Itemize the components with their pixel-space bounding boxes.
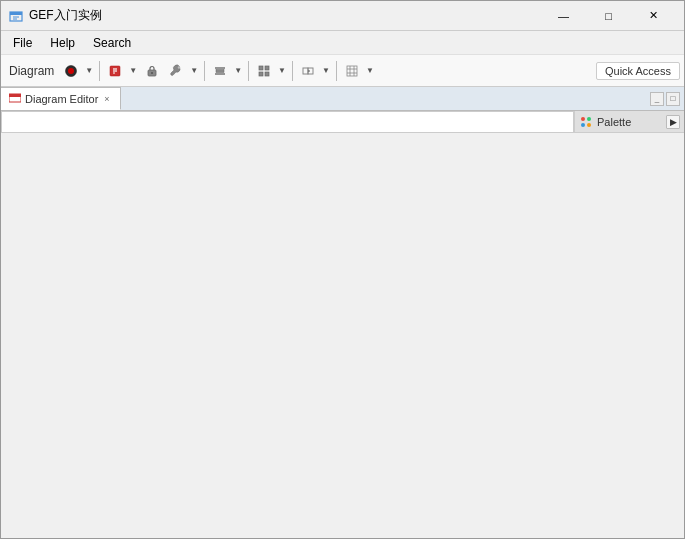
toolbar-wrench-dropdown-btn[interactable]: ▼ xyxy=(188,60,200,82)
svg-point-31 xyxy=(587,117,591,121)
svg-rect-18 xyxy=(259,72,263,76)
toolbar-flag-dropdown-btn[interactable]: ▼ xyxy=(127,60,139,82)
toolbar-group-7: ▼ xyxy=(341,60,376,82)
menu-search[interactable]: Search xyxy=(85,34,139,52)
toolbar-grid-dropdown-btn[interactable]: ▼ xyxy=(364,60,376,82)
wrench-dropdown-arrow: ▼ xyxy=(190,66,198,75)
toolbar-group-1: ▼ xyxy=(60,60,95,82)
menu-bar: File Help Search xyxy=(1,31,684,55)
window-title: GEF入门实例 xyxy=(29,7,102,24)
grid-dropdown-arrow: ▼ xyxy=(366,66,374,75)
align-dropdown-arrow: ▼ xyxy=(234,66,242,75)
svg-point-12 xyxy=(178,66,180,68)
close-button[interactable]: ✕ xyxy=(631,1,676,31)
palette-icon xyxy=(579,115,593,129)
palette-header: Palette ▶ xyxy=(575,111,684,133)
tab-close-button[interactable]: × xyxy=(102,93,111,105)
editor-restore-button[interactable]: □ xyxy=(666,92,680,106)
editor-tab-row: Diagram Editor × _ □ xyxy=(1,87,684,111)
svg-point-33 xyxy=(587,123,591,127)
toolbar: Diagram ▼ ▼ xyxy=(1,55,684,87)
toolbar-align-dropdown-btn[interactable]: ▼ xyxy=(232,60,244,82)
tab-diagram-icon xyxy=(9,92,21,106)
app-icon xyxy=(9,9,23,23)
separator-3 xyxy=(248,61,249,81)
svg-point-5 xyxy=(68,68,74,74)
svg-rect-1 xyxy=(10,12,22,15)
svg-point-32 xyxy=(581,123,585,127)
toolbar-snap-dropdown-btn[interactable]: ▼ xyxy=(320,60,332,82)
svg-point-11 xyxy=(151,72,153,74)
flag-dropdown-arrow: ▼ xyxy=(129,66,137,75)
svg-rect-14 xyxy=(216,69,224,72)
toolbar-lock-btn[interactable] xyxy=(141,60,163,82)
toolbar-align-btn[interactable] xyxy=(209,60,231,82)
svg-rect-20 xyxy=(303,68,308,74)
separator-4 xyxy=(292,61,293,81)
title-bar: GEF入门实例 — □ ✕ xyxy=(1,1,684,31)
editor-section: Diagram Editor × _ □ xyxy=(1,87,684,133)
toolbar-group-2: ▼ xyxy=(104,60,139,82)
toolbar-layout-btn[interactable] xyxy=(253,60,275,82)
toolbar-layout-dropdown-btn[interactable]: ▼ xyxy=(276,60,288,82)
palette-panel: Palette ▶ xyxy=(574,111,684,133)
minimize-button[interactable]: — xyxy=(541,1,586,31)
diagram-editor-tab[interactable]: Diagram Editor × xyxy=(1,87,121,110)
svg-rect-17 xyxy=(265,66,269,70)
svg-point-30 xyxy=(581,117,585,121)
title-controls: — □ ✕ xyxy=(541,1,676,31)
menu-file[interactable]: File xyxy=(5,34,40,52)
svg-rect-27 xyxy=(347,66,357,76)
svg-rect-29 xyxy=(9,94,21,97)
svg-rect-19 xyxy=(265,72,269,76)
maximize-button[interactable]: □ xyxy=(586,1,631,31)
snap-dropdown-arrow: ▼ xyxy=(322,66,330,75)
circle-dropdown-arrow: ▼ xyxy=(85,66,93,75)
quick-access-button[interactable]: Quick Access xyxy=(596,62,680,80)
toolbar-circle-dropdown-btn[interactable]: ▼ xyxy=(83,60,95,82)
separator-2 xyxy=(204,61,205,81)
title-bar-left: GEF入门实例 xyxy=(9,7,102,24)
separator-5 xyxy=(336,61,337,81)
palette-collapse-button[interactable]: ▶ xyxy=(666,115,680,129)
toolbar-group-6: ▼ xyxy=(297,60,332,82)
toolbar-flag-btn[interactable] xyxy=(104,60,126,82)
layout-dropdown-arrow: ▼ xyxy=(278,66,286,75)
diagram-canvas[interactable] xyxy=(1,111,574,133)
svg-rect-16 xyxy=(259,66,263,70)
toolbar-group-4: ▼ xyxy=(209,60,244,82)
palette-title-row: Palette xyxy=(579,115,631,129)
toolbar-snap-btn[interactable] xyxy=(297,60,319,82)
toolbar-diagram-label: Diagram xyxy=(5,64,58,78)
tab-label: Diagram Editor xyxy=(25,93,98,105)
editor-minimize-button[interactable]: _ xyxy=(650,92,664,106)
toolbar-group-3: ▼ xyxy=(165,60,200,82)
toolbar-grid-btn[interactable] xyxy=(341,60,363,82)
toolbar-circle-btn[interactable] xyxy=(60,60,82,82)
separator-1 xyxy=(99,61,100,81)
palette-title-text: Palette xyxy=(597,116,631,128)
menu-help[interactable]: Help xyxy=(42,34,83,52)
toolbar-wrench-btn[interactable] xyxy=(165,60,187,82)
toolbar-group-5: ▼ xyxy=(253,60,288,82)
editor-body: Palette ▶ xyxy=(1,111,684,133)
